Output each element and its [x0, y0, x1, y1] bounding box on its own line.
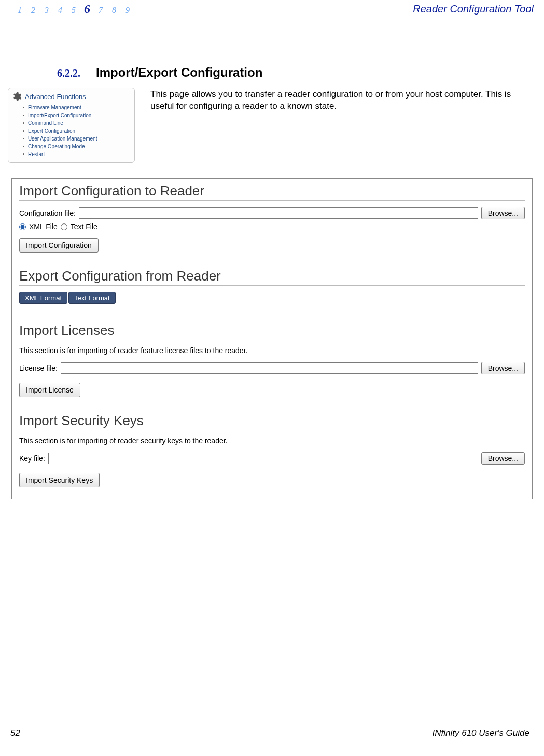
text-file-radio-label: Text File: [71, 222, 97, 231]
chapter-nav: 1 2 3 4 5 6 7 8 9: [15, 2, 133, 16]
text-format-tab[interactable]: Text Format: [68, 292, 116, 304]
chapter-nav-item[interactable]: 2: [28, 6, 38, 15]
license-file-input[interactable]: [61, 362, 478, 374]
adv-item-user-app-mgmt[interactable]: User Application Management: [28, 135, 129, 143]
chapter-nav-item[interactable]: 1: [15, 6, 25, 15]
xml-file-radio[interactable]: [19, 223, 26, 230]
key-file-input[interactable]: [48, 453, 478, 464]
advanced-functions-title: Advanced Functions: [25, 93, 86, 101]
chapter-nav-item[interactable]: 3: [41, 6, 52, 15]
import-keys-button[interactable]: Import Security Keys: [19, 473, 100, 487]
export-config-heading: Export Configuration from Reader: [19, 268, 525, 286]
config-file-label: Configuration file:: [19, 209, 76, 217]
browse-key-button[interactable]: Browse...: [481, 452, 525, 465]
license-file-label: License file:: [19, 364, 58, 372]
section-title: Import/Export Configuration: [96, 65, 262, 80]
import-license-button[interactable]: Import License: [19, 383, 80, 397]
import-licenses-desc: This section is for importing of reader …: [19, 346, 525, 355]
chapter-nav-item[interactable]: 9: [122, 6, 133, 15]
import-config-button[interactable]: Import Configuration: [19, 238, 99, 253]
adv-item-command-line[interactable]: Command Line: [28, 119, 129, 127]
import-config-heading: Import Configuration to Reader: [19, 183, 525, 201]
adv-item-firmware[interactable]: Firmware Management: [28, 104, 129, 111]
chapter-nav-item[interactable]: 4: [55, 6, 65, 15]
xml-file-radio-label: XML File: [29, 222, 58, 231]
import-keys-heading: Import Security Keys: [19, 413, 525, 430]
page-number: 52: [10, 728, 20, 738]
config-file-input[interactable]: [79, 207, 478, 219]
gear-icon: [11, 91, 22, 102]
guide-title: INfinity 610 User's Guide: [432, 728, 529, 738]
config-panel: Import Configuration to Reader Configura…: [11, 178, 533, 499]
import-keys-desc: This section is for importing of reader …: [19, 437, 525, 445]
import-licenses-heading: Import Licenses: [19, 323, 525, 340]
advanced-functions-panel: Advanced Functions Firmware Management I…: [8, 88, 135, 163]
browse-config-button[interactable]: Browse...: [481, 207, 525, 219]
xml-format-tab[interactable]: XML Format: [19, 292, 67, 304]
browse-license-button[interactable]: Browse...: [481, 362, 525, 374]
text-file-radio[interactable]: [61, 223, 67, 230]
section-number: 6.2.2.: [57, 67, 80, 79]
intro-paragraph: This page allows you to transfer a reade…: [150, 89, 534, 163]
header-title: Reader Configuration Tool: [413, 3, 534, 15]
adv-item-change-mode[interactable]: Change Operating Mode: [28, 143, 129, 150]
adv-item-import-export[interactable]: Import/Export Configuration: [28, 111, 129, 119]
key-file-label: Key file:: [19, 454, 45, 463]
chapter-nav-item[interactable]: 5: [68, 6, 79, 15]
chapter-nav-item-active[interactable]: 6: [82, 2, 92, 16]
chapter-nav-item[interactable]: 7: [95, 6, 106, 15]
adv-item-restart[interactable]: Restart: [28, 150, 129, 158]
adv-item-expert-config[interactable]: Expert Configuration: [28, 127, 129, 135]
chapter-nav-item[interactable]: 8: [109, 6, 119, 15]
